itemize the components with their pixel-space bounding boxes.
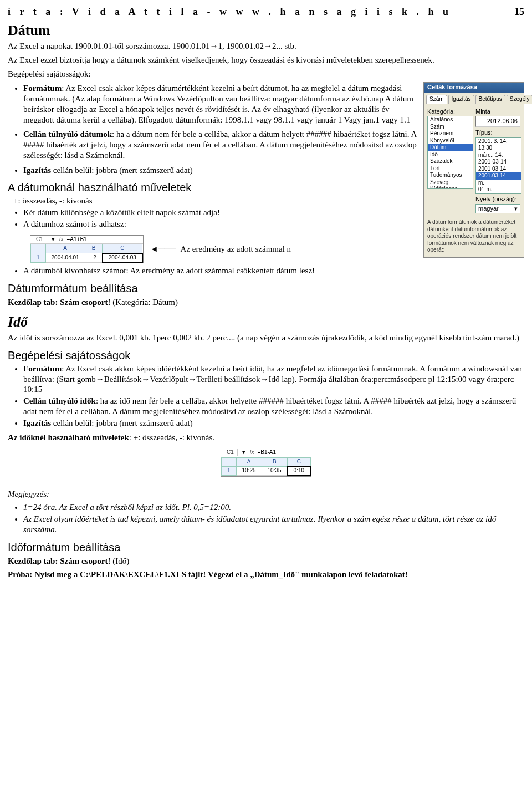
time-bullet-overflow: Cellán túlnyúló idők: ha az idő nem fér … xyxy=(23,396,524,417)
mini-spreadsheet-2: C1 ▼ fx =B1-A1 A B C 1 10:25 10:35 0:10 xyxy=(221,448,311,477)
dialog-tabs: Szám Igazítás Betűtípus Szegély xyxy=(424,93,524,104)
date-format-text: Kezdőlap tab: Szám csoport! (Kategória: … xyxy=(8,297,419,308)
language-label: Nyelv (ország): xyxy=(475,196,520,203)
date-format-title: Dátumformátum beállítása xyxy=(8,282,419,295)
ops-line-4: A dátumból kivonhatsz számot: Az eredmén… xyxy=(23,266,419,276)
date-ops-title: A dátumoknál használható műveletek xyxy=(8,181,419,195)
format-cells-dialog: Cellák formázása Szám Igazítás Betűtípus… xyxy=(423,82,524,258)
time-ops-line: Az időknél használható műveletek: +: öss… xyxy=(8,432,524,443)
dialog-title: Cellák formázása xyxy=(424,83,524,93)
bullet-align: Igazítás cellán belül: jobbra (mert szám… xyxy=(23,165,419,176)
dialog-description: A dátumformátumok a dátumértéket dátumké… xyxy=(424,216,524,257)
language-select[interactable]: magyar▾ xyxy=(475,204,520,214)
page-header: í r t a : V i d a A t t i l a - w w w . … xyxy=(8,6,524,18)
date-intro-2: Az Excel ezzel biztosítja hogy a dátumok… xyxy=(8,55,524,65)
time-bullet-align: Igazítás cellán belül: jobbra (mert szám… xyxy=(23,418,524,429)
note-title: Megjegyzés: xyxy=(8,489,524,500)
type-label: Típus: xyxy=(475,129,520,137)
arrow-icon: ◄─── xyxy=(150,244,176,254)
note-1: 1=24 óra. Az Excel a tört részből képzi … xyxy=(23,502,524,513)
typing-features-title: Begépelési sajátosságok: xyxy=(8,69,524,79)
time-format-text: Kezdőlap tab: Szám csoport! (Idő) xyxy=(8,556,524,567)
page-number: 15 xyxy=(514,6,524,18)
note-2: Az Excel olyan időértéket is tud képezni… xyxy=(23,514,524,535)
time-bullet-format: Formátum: Az Excel csak akkor képes időé… xyxy=(23,364,524,395)
ops-line-1: +: összeadás, -: kivonás xyxy=(13,196,419,206)
author: í r t a : V i d a A t t i l a - w w w . … xyxy=(8,6,452,18)
sample-value: 2012.06.06 xyxy=(475,116,520,127)
section-title-time: Idő xyxy=(8,313,524,332)
tab-number[interactable]: Szám xyxy=(426,95,447,104)
category-list[interactable]: Általános Szám Pénznem Könyvelői Dátum I… xyxy=(427,116,473,189)
try-it: Próba: Nyisd meg a C:\PELDAK\EXCEL\F1.XL… xyxy=(8,569,524,580)
result-text-1: Az eredmény az adott számmal n xyxy=(181,244,291,254)
time-typing-title: Begépelési sajátosságok xyxy=(8,349,524,363)
ops-line-2: Két dátum különbsége a közöttük eltelt n… xyxy=(23,207,419,218)
tab-border[interactable]: Szegély xyxy=(507,95,532,104)
tab-font[interactable]: Betűtípus xyxy=(475,95,505,104)
bullet-format: Formátum: Az Excel csak akkor képes dátu… xyxy=(23,83,419,125)
time-format-title: Időformátum beállítása xyxy=(8,541,524,554)
date-intro-1: Az Excel a napokat 1900.01.01-től sorszá… xyxy=(8,41,524,52)
type-list[interactable]: 2001. 3. 14. 13:30 márc.. 14. 2001-03-14… xyxy=(475,137,521,194)
sample-label: Minta xyxy=(475,108,520,116)
bullet-overflow: Cellán túlnyúló dátumok: ha a dátum nem … xyxy=(23,129,419,160)
tab-align[interactable]: Igazítás xyxy=(448,95,474,104)
ops-line-3: A dátumhoz számot is adhatsz: xyxy=(23,219,419,230)
time-intro: Az időt is sorszámozza az Excel. 0,001 k… xyxy=(8,333,524,343)
section-title-date: Dátum xyxy=(8,22,524,40)
mini-spreadsheet-1: C1 ▼ fx =A1+B1 A B C 1 2004.04.01 xyxy=(30,235,144,264)
category-label: Kategória: xyxy=(427,108,472,116)
